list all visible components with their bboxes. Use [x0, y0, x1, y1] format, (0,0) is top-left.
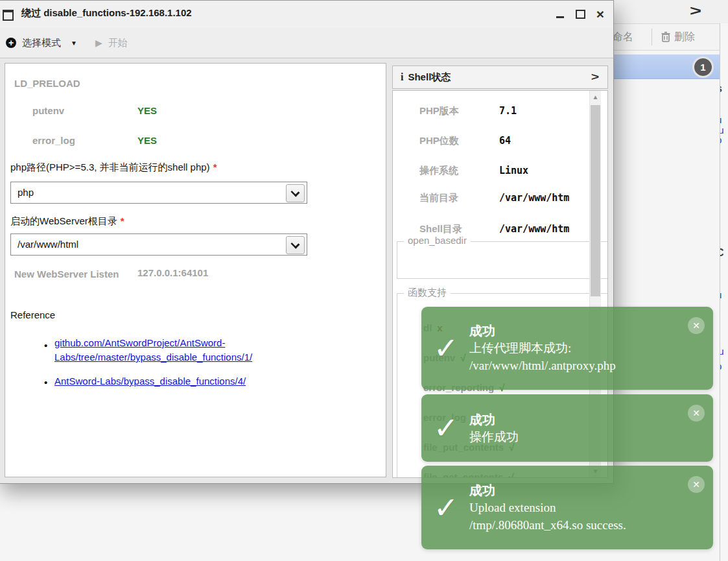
webroot-select-value: /var/www/html [18, 239, 78, 250]
select-mode-button[interactable]: + 选择模式 ▼ [6, 37, 77, 49]
close-button[interactable]: × [595, 9, 605, 19]
shell-status-header: i Shell状态 > [392, 66, 608, 89]
info-icon: i [401, 71, 403, 83]
listen-value: 127.0.0.1:64101 [137, 267, 208, 278]
maximize-icon [576, 10, 585, 19]
putenv-value: YES [137, 105, 157, 116]
reference-link-1[interactable]: github.com/AntSwordProject/AntSword- Lab… [54, 336, 252, 364]
toast-close-button[interactable]: ✕ [688, 317, 705, 334]
window-controls: × [555, 1, 605, 28]
dialog-title: 绕过 disable_functions-192.168.1.102 [21, 7, 192, 19]
check-icon: ✓ [432, 331, 460, 366]
required-asterisk: * [213, 161, 217, 173]
os-label: 操作系统 [419, 165, 458, 177]
php-path-select[interactable]: php [10, 182, 307, 204]
section-title: LD_PRELOAD [14, 78, 80, 89]
start-button[interactable]: ▶ 开始 [95, 37, 128, 49]
toast-upload-proxy-success[interactable]: ✓ 成功 上传代理脚本成功: /var/www/html/.antproxy.p… [421, 307, 713, 390]
error-log-value: YES [137, 135, 157, 146]
putenv-label: putenv [32, 105, 64, 116]
link-line: Labs/tree/master/bypass_disable_function… [54, 352, 252, 363]
chevron-down-icon [290, 239, 299, 248]
required-asterisk: * [121, 215, 124, 226]
clipped-text-fragment: u [720, 114, 722, 125]
select-mode-label: 选择模式 [22, 37, 61, 49]
chevron-down-icon[interactable]: ▼ [71, 40, 77, 47]
shell-dir-value: /var/www/htm [499, 223, 569, 235]
os-value: Linux [499, 165, 528, 176]
scrollbar-thumb[interactable] [591, 105, 600, 296]
toast-line: Upload extension [469, 501, 556, 514]
delete-button[interactable]: 删除 [661, 30, 695, 44]
toast-line: /var/www/html/.antproxy.php [469, 359, 616, 372]
plus-circle-icon: + [6, 38, 16, 48]
php-path-select-value: php [18, 187, 34, 198]
background-action-row: 命名 删除 [606, 23, 728, 51]
clipped-text-fragment: s [720, 83, 722, 95]
php-path-label-text: php路径(PHP>=5.3, 并非当前运行的shell php) [10, 161, 210, 173]
toast-title: 成功 [469, 412, 495, 427]
webroot-select-button[interactable] [286, 236, 305, 254]
check-icon: ✓ [432, 411, 460, 446]
dialog-toolbar: + 选择模式 ▼ ▶ 开始 [0, 28, 613, 58]
open-basedir-fieldset: open_basedir [397, 241, 608, 279]
php-path-label: php路径(PHP>=5.3, 并非当前运行的shell php)* [10, 161, 217, 174]
toast-close-button[interactable]: ✕ [688, 405, 705, 422]
cwd-value: /var/www/htm [499, 192, 569, 204]
maximize-button[interactable] [575, 9, 585, 19]
toast-line: 上传代理脚本成功: [469, 341, 571, 355]
chevron-down-icon [290, 187, 299, 197]
minimize-icon [556, 16, 564, 18]
window-icon [3, 10, 14, 21]
toast-title: 成功 [469, 483, 495, 497]
toast-title: 成功 [469, 324, 495, 338]
scroll-up-icon[interactable]: ▲ [590, 93, 601, 101]
clipped-text-fragment: u [720, 289, 722, 300]
background-edge-strip: s u lu p C u lu p [720, 23, 728, 561]
chevron-right-icon[interactable]: > [591, 71, 599, 84]
minimize-button[interactable] [555, 9, 565, 19]
toast-line: /tmp/.80680ant_x64.so success. [469, 518, 626, 532]
bullet: • [44, 377, 47, 388]
divider [652, 29, 652, 45]
toast-operation-success[interactable]: ✓ 成功 操作成功 ✕ [421, 394, 713, 462]
webroot-label-text: 启动的WebServer根目录 [10, 215, 117, 226]
clipped-text-fragment: p [720, 134, 722, 145]
shell-dir-label: Shell目录 [419, 223, 462, 235]
start-label: 开始 [108, 37, 128, 49]
webroot-label: 启动的WebServer根目录* [10, 215, 124, 228]
trash-icon [661, 32, 670, 42]
php-version-label: PHP版本 [419, 105, 459, 117]
play-icon: ▶ [95, 38, 102, 48]
toast-line: 操作成功 [469, 430, 519, 444]
reference-link-2[interactable]: AntSword-Labs/bypass_disable_functions/4… [54, 374, 246, 388]
listen-label: New WebServer Listen [14, 267, 124, 281]
chevron-right-icon[interactable]: > [682, 1, 709, 21]
shell-status-title: Shell状态 [408, 71, 451, 84]
toast-text: 成功 操作成功 [469, 411, 713, 446]
php-version-value: 7.1 [499, 105, 517, 117]
close-icon: × [596, 9, 604, 19]
php-bits-label: PHP位数 [419, 135, 459, 147]
reference-title: Reference [10, 309, 55, 320]
toast-upload-extension-success[interactable]: ✓ 成功 Upload extension /tmp/.80680ant_x64… [421, 466, 713, 549]
toast-text: 成功 Upload extension /tmp/.80680ant_x64.s… [469, 482, 713, 534]
selected-list-item[interactable]: 1 [609, 54, 720, 79]
open-basedir-legend: open_basedir [404, 235, 471, 246]
toast-close-button[interactable]: ✕ [688, 476, 705, 493]
bullet: • [44, 340, 47, 351]
toast-text: 成功 上传代理脚本成功: /var/www/html/.antproxy.php [469, 322, 713, 374]
clipped-text-fragment: lu [720, 346, 724, 357]
bypass-form-panel: LD_PRELOAD putenv YES error_log YES php路… [5, 63, 386, 477]
error-log-label: error_log [32, 135, 75, 146]
dialog-titlebar[interactable]: 绕过 disable_functions-192.168.1.102 × [0, 1, 613, 29]
link-line: github.com/AntSwordProject/AntSword- [54, 337, 225, 348]
clipped-text-fragment: C [720, 247, 724, 259]
function-support-legend: 函数支持 [404, 287, 451, 299]
count-badge: 1 [692, 56, 714, 78]
php-path-select-button[interactable] [286, 184, 305, 202]
delete-label: 删除 [674, 30, 695, 44]
webroot-select[interactable]: /var/www/html [10, 233, 307, 256]
php-bits-value: 64 [499, 135, 511, 147]
check-icon: ✓ [432, 490, 460, 525]
